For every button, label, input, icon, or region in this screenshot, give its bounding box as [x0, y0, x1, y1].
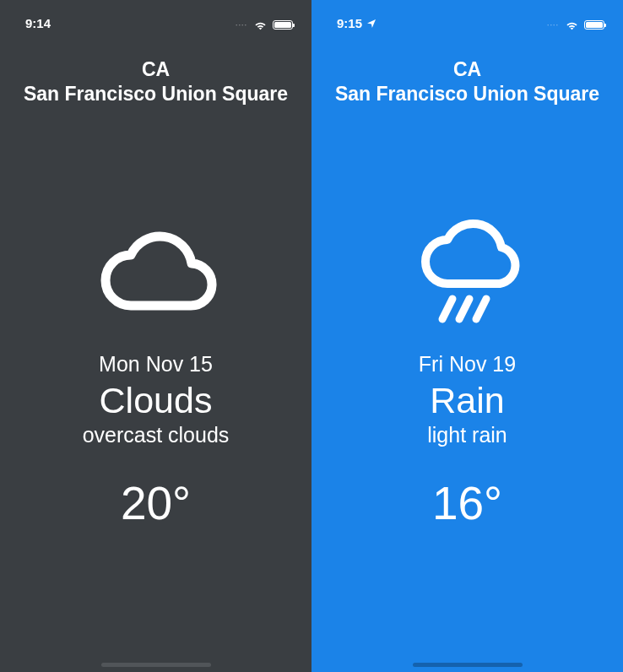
status-right: ····	[547, 19, 604, 30]
status-time: 9:14	[25, 16, 51, 30]
weather-block: Fri Nov 19 Rain light rain 16°	[312, 220, 623, 673]
cloud-rain-icon	[400, 220, 535, 330]
weather-subcondition: overcast clouds	[83, 423, 230, 447]
location-city: San Francisco Union Square	[0, 82, 312, 106]
status-bar: 9:14 ····	[0, 0, 312, 30]
cellular-dots-icon: ····	[547, 21, 559, 30]
location-city: San Francisco Union Square	[312, 82, 623, 106]
battery-icon	[273, 20, 293, 30]
home-indicator[interactable]	[413, 663, 523, 667]
cellular-dots-icon: ····	[236, 21, 247, 30]
status-bar: 9:15 ····	[312, 0, 623, 30]
weather-block: Mon Nov 15 Clouds overcast clouds 20°	[0, 220, 312, 673]
weather-screen-blue: 9:15 ···· CA San Francisco Union Square	[312, 0, 623, 672]
location-state: CA	[0, 57, 312, 82]
weather-date: Fri Nov 19	[419, 352, 516, 377]
status-left: 9:14	[25, 16, 51, 30]
weather-temperature: 16°	[432, 476, 502, 530]
location-state: CA	[312, 57, 623, 82]
status-left: 9:15	[337, 16, 377, 30]
weather-date: Mon Nov 15	[99, 352, 213, 377]
home-indicator[interactable]	[101, 663, 211, 667]
cloud-icon	[89, 220, 224, 330]
location-header: CA San Francisco Union Square	[312, 57, 623, 106]
weather-condition: Clouds	[100, 380, 213, 421]
weather-subcondition: light rain	[427, 423, 507, 447]
status-right: ····	[236, 19, 293, 30]
wifi-icon	[565, 19, 579, 30]
status-time: 9:15	[337, 16, 362, 30]
svg-line-1	[459, 299, 469, 319]
location-arrow-icon	[366, 19, 377, 29]
svg-line-0	[442, 299, 452, 319]
svg-line-2	[476, 299, 486, 319]
weather-screen-dark: 9:14 ···· CA San Francisco Union Square …	[0, 0, 312, 672]
battery-icon	[584, 20, 604, 30]
location-header: CA San Francisco Union Square	[0, 57, 312, 106]
weather-temperature: 20°	[121, 476, 191, 530]
wifi-icon	[253, 19, 268, 30]
weather-condition: Rain	[430, 380, 504, 421]
